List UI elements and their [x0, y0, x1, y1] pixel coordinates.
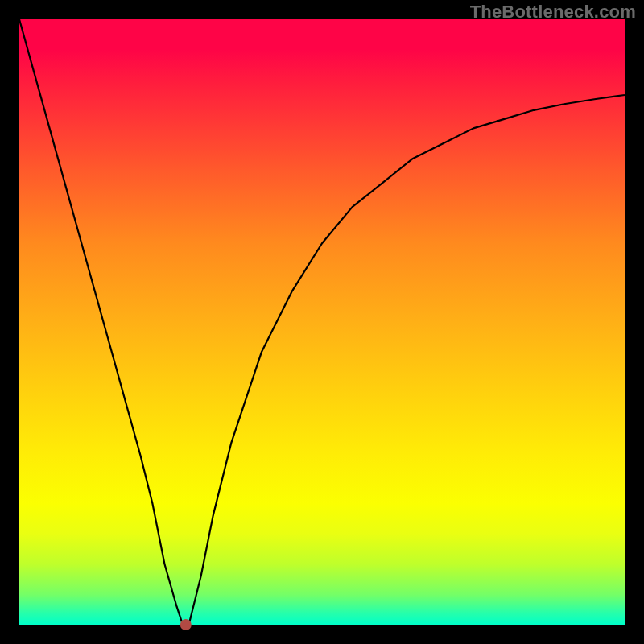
plot-area [19, 19, 625, 625]
chart-frame: TheBottleneck.com [0, 0, 644, 644]
curve-svg [19, 19, 625, 625]
bottleneck-curve [19, 19, 625, 625]
optimal-point-marker [180, 619, 192, 630]
